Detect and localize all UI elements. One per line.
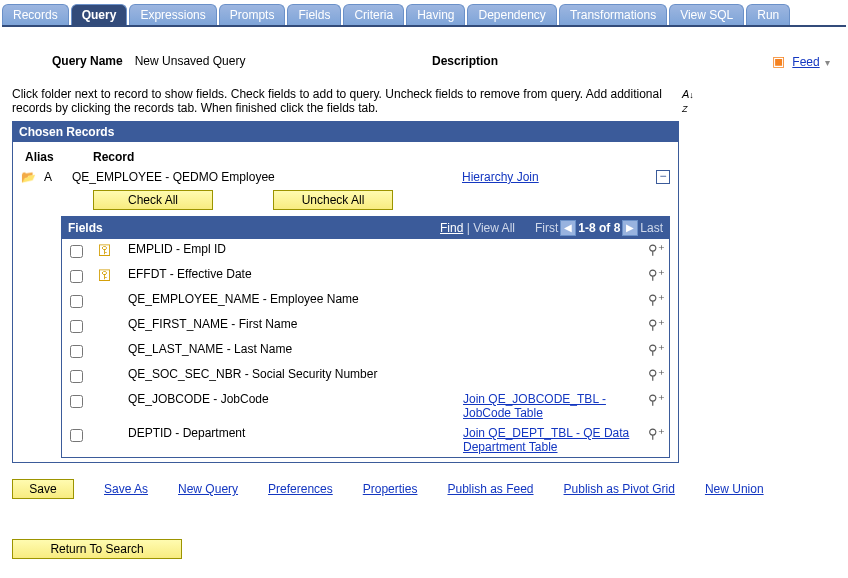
table-row: DEPTID - Department Join QE_DEPT_TBL - Q… <box>62 423 669 457</box>
tab-fields[interactable]: Fields <box>287 4 341 25</box>
queryname-value: New Unsaved Query <box>135 54 246 68</box>
table-row: ⚿ EMPLID - Empl ID ⚲⁺ <box>62 239 669 264</box>
fields-table: ⚿ EMPLID - Empl ID ⚲⁺ ⚿ EFFDT - Effectiv… <box>62 239 669 457</box>
feed-link[interactable]: Feed <box>792 55 819 69</box>
key-icon: ⚿ <box>98 267 112 283</box>
tab-dependency[interactable]: Dependency <box>467 4 556 25</box>
return-to-search-button[interactable]: Return To Search <box>12 539 182 559</box>
saveas-link[interactable]: Save As <box>104 482 148 496</box>
key-icon: ⚿ <box>98 242 112 258</box>
field-label: EFFDT - Effective Date <box>124 264 459 289</box>
criteria-icon[interactable]: ⚲⁺ <box>648 426 665 441</box>
table-row: QE_EMPLOYEE_NAME - Employee Name ⚲⁺ <box>62 289 669 314</box>
feed-icon: ▣ <box>772 53 785 69</box>
criteria-icon[interactable]: ⚲⁺ <box>648 342 665 357</box>
field-checkbox[interactable] <box>70 429 83 442</box>
field-label: QE_EMPLOYEE_NAME - Employee Name <box>124 289 459 314</box>
viewall-link[interactable]: View All <box>473 221 515 235</box>
tab-prompts[interactable]: Prompts <box>219 4 286 25</box>
next-icon[interactable]: ▶ <box>622 220 638 236</box>
preferences-link[interactable]: Preferences <box>268 482 333 496</box>
tab-having[interactable]: Having <box>406 4 465 25</box>
col-alias-header: Alias <box>21 150 93 164</box>
field-label: QE_LAST_NAME - Last Name <box>124 339 459 364</box>
publishpivot-link[interactable]: Publish as Pivot Grid <box>564 482 675 496</box>
save-button[interactable]: Save <box>12 479 74 499</box>
tab-transformations[interactable]: Transformations <box>559 4 667 25</box>
criteria-icon[interactable]: ⚲⁺ <box>648 267 665 282</box>
chosen-records-panel: Chosen Records Alias Record 📂 A QE_EMPLO… <box>12 121 679 463</box>
record-alias: A <box>44 170 72 184</box>
sort-icon[interactable]: A↓Z <box>682 88 694 114</box>
hierarchy-join-link[interactable]: Hierarchy Join <box>462 170 539 184</box>
queryname-label: Query Name <box>52 54 123 68</box>
fields-title: Fields <box>68 221 103 235</box>
top-tabs: Records Query Expressions Prompts Fields… <box>2 2 846 27</box>
field-label: QE_JOBCODE - JobCode <box>124 389 459 423</box>
table-row: ⚿ EFFDT - Effective Date ⚲⁺ <box>62 264 669 289</box>
newquery-link[interactable]: New Query <box>178 482 238 496</box>
folder-open-icon[interactable]: 📂 <box>21 170 36 184</box>
record-name: QE_EMPLOYEE - QEDMO Employee <box>72 170 462 184</box>
publishfeed-link[interactable]: Publish as Feed <box>447 482 533 496</box>
criteria-icon[interactable]: ⚲⁺ <box>648 367 665 382</box>
tab-expressions[interactable]: Expressions <box>129 4 216 25</box>
criteria-icon[interactable]: ⚲⁺ <box>648 317 665 332</box>
join-link[interactable]: Join QE_JOBCODE_TBL - JobCode Table <box>463 392 606 420</box>
field-checkbox[interactable] <box>70 270 83 283</box>
fields-bar: Fields Find | View All First ◀ 1-8 of 8 … <box>62 217 669 239</box>
find-link[interactable]: Find <box>440 221 463 235</box>
bottom-actions: Save Save As New Query Preferences Prope… <box>12 479 836 499</box>
last-label: Last <box>640 221 663 235</box>
table-row: QE_JOBCODE - JobCode Join QE_JOBCODE_TBL… <box>62 389 669 423</box>
tab-run[interactable]: Run <box>746 4 790 25</box>
field-label: DEPTID - Department <box>124 423 459 457</box>
collapse-icon[interactable]: − <box>656 170 670 184</box>
description-label: Description <box>432 54 498 68</box>
tab-records[interactable]: Records <box>2 4 69 25</box>
tab-criteria[interactable]: Criteria <box>343 4 404 25</box>
fields-section: Fields Find | View All First ◀ 1-8 of 8 … <box>61 216 670 458</box>
instructions-text: Click folder next to record to show fiel… <box>12 87 662 115</box>
field-checkbox[interactable] <box>70 320 83 333</box>
criteria-icon[interactable]: ⚲⁺ <box>648 292 665 307</box>
field-checkbox[interactable] <box>70 395 83 408</box>
field-label: EMPLID - Empl ID <box>124 239 459 264</box>
table-row: QE_LAST_NAME - Last Name ⚲⁺ <box>62 339 669 364</box>
criteria-icon[interactable]: ⚲⁺ <box>648 392 665 407</box>
first-label: First <box>535 221 558 235</box>
col-record-header: Record <box>93 150 134 164</box>
field-checkbox[interactable] <box>70 345 83 358</box>
join-link[interactable]: Join QE_DEPT_TBL - QE Data Department Ta… <box>463 426 629 454</box>
uncheck-all-button[interactable]: Uncheck All <box>273 190 393 210</box>
check-all-button[interactable]: Check All <box>93 190 213 210</box>
newunion-link[interactable]: New Union <box>705 482 764 496</box>
chosen-records-header: Chosen Records <box>13 122 678 142</box>
field-checkbox[interactable] <box>70 295 83 308</box>
criteria-icon[interactable]: ⚲⁺ <box>648 242 665 257</box>
properties-link[interactable]: Properties <box>363 482 418 496</box>
field-checkbox[interactable] <box>70 245 83 258</box>
tab-query[interactable]: Query <box>71 4 128 25</box>
feed-dropdown-icon[interactable]: ▾ <box>825 57 830 68</box>
field-checkbox[interactable] <box>70 370 83 383</box>
tab-viewsql[interactable]: View SQL <box>669 4 744 25</box>
field-label: QE_SOC_SEC_NBR - Social Security Number <box>124 364 459 389</box>
range-label: 1-8 of 8 <box>578 221 620 235</box>
prev-icon[interactable]: ◀ <box>560 220 576 236</box>
table-row: QE_FIRST_NAME - First Name ⚲⁺ <box>62 314 669 339</box>
table-row: QE_SOC_SEC_NBR - Social Security Number … <box>62 364 669 389</box>
field-label: QE_FIRST_NAME - First Name <box>124 314 459 339</box>
